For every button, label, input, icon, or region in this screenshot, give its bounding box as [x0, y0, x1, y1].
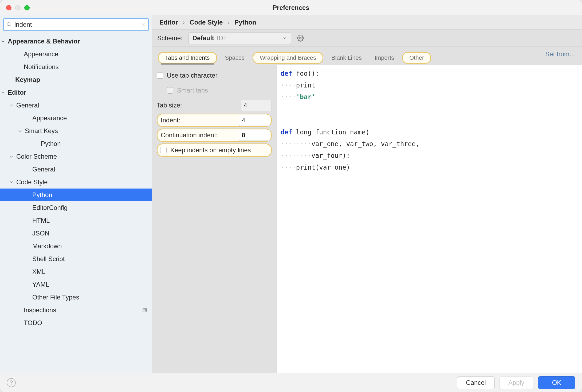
svg-point-0: [7, 23, 10, 26]
search-input[interactable]: [12, 21, 141, 28]
content: Editor › Code Style › Python Scheme: Def…: [152, 15, 582, 373]
close-window-button[interactable]: [6, 5, 11, 10]
search-box[interactable]: [3, 18, 149, 31]
sidebar-item-label: Code Style: [16, 178, 48, 186]
sidebar-item[interactable]: Python: [0, 137, 152, 150]
project-badge-icon: [142, 307, 147, 313]
checkbox[interactable]: [157, 72, 163, 79]
scheme-scope: IDE: [217, 34, 227, 42]
checkbox-disabled: [167, 87, 173, 94]
scheme-select[interactable]: Default IDE: [188, 32, 291, 44]
sidebar-item-label: XML: [32, 268, 45, 275]
sidebar-item[interactable]: EditorConfig: [0, 201, 152, 214]
search-icon: [6, 22, 12, 27]
tab[interactable]: Blank Lines: [325, 51, 368, 65]
breadcrumb-part[interactable]: Editor: [159, 19, 178, 26]
keep-indents-row[interactable]: Keep indents on empty lines: [157, 143, 272, 157]
sidebar-item-label: Appearance & Behavior: [8, 38, 80, 45]
sidebar-item[interactable]: Python: [0, 189, 152, 201]
main-split: Use tab character Smart tabs Tab size: I…: [152, 65, 582, 373]
sidebar-item[interactable]: Color Scheme: [0, 150, 152, 163]
continuation-indent-input[interactable]: [239, 130, 270, 141]
code-preview: def foo(): ····print ····'bar' def long_…: [277, 65, 582, 373]
tab[interactable]: Wrapping and Braces: [253, 52, 323, 64]
sidebar-item[interactable]: Shell Script: [0, 253, 152, 265]
chevron-down-icon: [9, 103, 14, 108]
sidebar-item[interactable]: TODO: [0, 317, 152, 329]
sidebar-item[interactable]: General: [0, 99, 152, 112]
sidebar: Appearance & BehaviorAppearanceNotificat…: [0, 15, 152, 373]
sidebar-item-label: Notifications: [24, 63, 59, 71]
gear-icon[interactable]: [297, 35, 304, 42]
breadcrumb-part[interactable]: Code Style: [190, 19, 223, 26]
zoom-window-button[interactable]: [24, 5, 30, 10]
indent-input[interactable]: [239, 115, 270, 126]
sidebar-item[interactable]: Smart Keys: [0, 125, 152, 137]
tab[interactable]: Tabs and Indents: [158, 52, 217, 64]
sidebar-item-label: EditorConfig: [32, 204, 68, 211]
sidebar-item[interactable]: XML: [0, 265, 152, 278]
ok-button[interactable]: OK: [538, 376, 575, 389]
tab[interactable]: Imports: [368, 51, 400, 65]
sidebar-item[interactable]: Inspections: [0, 304, 152, 317]
use-tab-character-row[interactable]: Use tab character: [157, 69, 272, 82]
svg-rect-4: [143, 308, 146, 312]
sidebar-item[interactable]: Appearance & Behavior: [0, 35, 152, 48]
help-button[interactable]: ?: [7, 378, 16, 387]
window-title: Preferences: [273, 4, 309, 11]
sidebar-item-label: Keymap: [15, 76, 40, 83]
continuation-indent-label: Continuation indent:: [159, 131, 218, 139]
sidebar-item[interactable]: JSON: [0, 227, 152, 240]
chevron-down-icon: [0, 39, 6, 44]
settings-tree[interactable]: Appearance & BehaviorAppearanceNotificat…: [0, 33, 152, 373]
tabs: Tabs and IndentsSpacesWrapping and Brace…: [152, 51, 433, 65]
tab-size-input[interactable]: [241, 100, 272, 111]
checkbox[interactable]: [160, 147, 167, 153]
sidebar-item[interactable]: HTML: [0, 214, 152, 227]
svg-rect-5: [144, 309, 146, 311]
body: Appearance & BehaviorAppearanceNotificat…: [0, 15, 582, 373]
sidebar-item-label: General: [16, 102, 39, 109]
breadcrumb-part[interactable]: Python: [234, 19, 256, 26]
sidebar-item-label: Python: [32, 191, 52, 199]
chevron-down-icon: [0, 90, 6, 95]
indent-label: Indent:: [159, 117, 180, 124]
continuation-indent-row: Continuation indent:: [157, 129, 272, 142]
sidebar-item[interactable]: Other File Types: [0, 291, 152, 304]
sidebar-item-label: YAML: [32, 281, 49, 288]
subheader: Set from... Tabs and IndentsSpacesWrappi…: [152, 47, 582, 65]
cancel-button[interactable]: Cancel: [457, 376, 495, 389]
sidebar-item-label: Appearance: [32, 114, 67, 122]
scheme-row: Scheme: Default IDE: [152, 30, 582, 47]
sidebar-item[interactable]: Code Style: [0, 176, 152, 189]
sidebar-item[interactable]: Notifications: [0, 61, 152, 73]
chevron-down-icon: [282, 36, 287, 41]
sidebar-item[interactable]: YAML: [0, 278, 152, 291]
sidebar-item[interactable]: Appearance: [0, 48, 152, 61]
sidebar-item[interactable]: Editor: [0, 86, 152, 99]
chevron-down-icon: [17, 128, 23, 134]
sidebar-item-label: HTML: [32, 217, 50, 224]
apply-button: Apply: [500, 376, 533, 389]
indent-row: Indent:: [157, 114, 272, 127]
sidebar-item[interactable]: Markdown: [0, 240, 152, 253]
clear-search-icon[interactable]: [141, 22, 146, 27]
set-from-link[interactable]: Set from...: [545, 50, 575, 58]
tab-size-label: Tab size:: [157, 102, 182, 109]
minimize-window-button[interactable]: [15, 5, 21, 10]
breadcrumb-sep: ›: [227, 19, 230, 26]
tab[interactable]: Other: [402, 52, 431, 64]
smart-tabs-label: Smart tabs: [177, 87, 208, 94]
sidebar-item-label: Appearance: [24, 50, 58, 58]
sidebar-item[interactable]: General: [0, 163, 152, 176]
sidebar-item-label: Inspections: [24, 306, 56, 314]
sidebar-item-label: TODO: [24, 319, 42, 327]
sidebar-item-label: Markdown: [32, 242, 62, 250]
sidebar-item[interactable]: Keymap: [0, 73, 152, 86]
tab[interactable]: Spaces: [219, 51, 251, 65]
form-column: Use tab character Smart tabs Tab size: I…: [152, 65, 277, 373]
preferences-window: Preferences Appearance & BehaviorAppeara…: [0, 0, 582, 392]
use-tab-character-label: Use tab character: [167, 72, 217, 79]
breadcrumb: Editor › Code Style › Python: [152, 15, 582, 30]
sidebar-item[interactable]: Appearance: [0, 112, 152, 125]
